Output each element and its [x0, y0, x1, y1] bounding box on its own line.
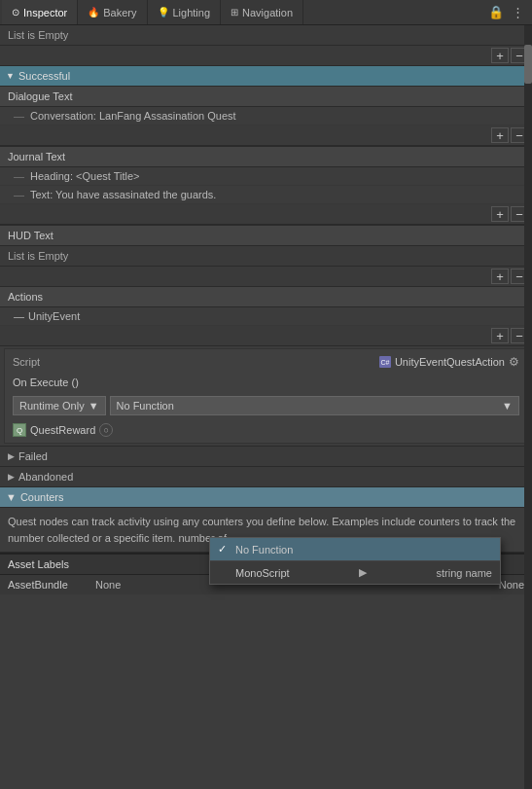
no-function-check: ✓: [218, 543, 230, 556]
hud-text-section: HUD Text List is Empty + −: [0, 226, 532, 287]
failed-row[interactable]: ▶ Failed: [0, 447, 532, 467]
tab-bakery[interactable]: 🔥 Bakery: [78, 0, 147, 24]
dialogue-text-section: Dialogue Text — Conversation: LanFang As…: [0, 87, 532, 147]
lock-button[interactable]: 🔒: [486, 5, 506, 19]
hud-text-label: HUD Text: [8, 230, 53, 241]
scrollbar-thumb[interactable]: [524, 45, 532, 84]
conversation-label: Conversation: LanFang Assasination Quest: [30, 110, 236, 122]
text-dash: —: [14, 189, 24, 200]
tab-bakery-label: Bakery: [103, 7, 136, 18]
heading-item: — Heading: <Quest Title>: [0, 167, 532, 186]
popup-monoscript-label: MonoScript: [235, 567, 290, 579]
counters-label: Counters: [20, 491, 64, 503]
dialogue-btn-row: + −: [0, 126, 532, 146]
navigation-icon: ⊞: [231, 7, 238, 18]
journal-text-label: Journal Text: [8, 151, 65, 162]
script-block: Script C# UnityEventQuestAction ⚙ On Exe…: [4, 348, 528, 444]
counters-header: ▼ Counters: [0, 487, 532, 508]
scrollbar[interactable]: [524, 25, 532, 789]
hud-add-button[interactable]: +: [491, 269, 509, 284]
hud-empty-label: List is Empty: [8, 250, 68, 262]
text-item: — Text: You have assasinated the guards.: [0, 186, 532, 204]
top-empty-list-label: List is Empty: [8, 29, 68, 41]
abandoned-label: Abandoned: [18, 471, 73, 483]
script-label: Script: [13, 356, 40, 368]
tab-lighting[interactable]: 💡 Lighting: [148, 0, 222, 24]
main-content: List is Empty + − ▼ Successful Dialogue …: [0, 25, 532, 789]
no-function-label: No Function: [117, 400, 174, 412]
tab-navigation[interactable]: ⊞ Navigation: [221, 0, 303, 24]
no-function-chevron: ▼: [502, 400, 513, 412]
conversation-item: — Conversation: LanFang Assasination Que…: [0, 107, 532, 126]
abandoned-row[interactable]: ▶ Abandoned: [0, 467, 532, 487]
heading-label: Heading: <Quest Title>: [30, 170, 140, 182]
monoscript-sub-value: string name: [437, 567, 492, 579]
script-gear-button[interactable]: ⚙: [509, 355, 519, 369]
tab-bar: ⊙ Inspector 🔥 Bakery 💡 Lighting ⊞ Naviga…: [0, 0, 532, 25]
dropdown-row: Runtime Only ▼ No Function ▼: [9, 394, 523, 417]
tab-actions: 🔒 ⋮: [486, 5, 530, 19]
hud-empty-list: List is Empty: [0, 246, 532, 267]
text-label: Text: You have assasinated the guards.: [30, 189, 216, 200]
unity-event-row: — UnityEvent: [0, 307, 532, 326]
tab-navigation-label: Navigation: [242, 7, 293, 18]
successful-header: ▼ Successful: [0, 66, 532, 87]
monoscript-arrow: ▶: [359, 566, 367, 579]
popup-no-function-label: No Function: [235, 544, 293, 556]
bakery-icon: 🔥: [88, 7, 99, 18]
top-btn-row: + −: [0, 46, 532, 66]
heading-dash: —: [14, 170, 24, 182]
quest-reward-circle-button[interactable]: ○: [99, 423, 113, 437]
asset-bundle-label: AssetBundle: [8, 579, 95, 591]
quest-reward-label: QuestReward: [30, 424, 95, 436]
no-function-popup: ✓ No Function MonoScript ▶ string name: [209, 537, 501, 585]
unity-event-label: UnityEvent: [28, 310, 80, 322]
tab-inspector-label: Inspector: [23, 7, 67, 18]
inspector-icon: ⊙: [12, 7, 19, 18]
successful-label: Successful: [18, 70, 70, 82]
quest-reward-icon: Q: [13, 423, 26, 437]
no-function-dropdown[interactable]: No Function ▼: [110, 396, 519, 415]
journal-add-button[interactable]: +: [491, 206, 509, 222]
journal-text-header: Journal Text: [0, 147, 532, 167]
counters-triangle: ▼: [6, 491, 17, 503]
actions-btn-row: + −: [0, 326, 532, 346]
tab-lighting-label: Lighting: [173, 7, 211, 18]
popup-monoscript-item[interactable]: MonoScript ▶ string name: [210, 561, 500, 584]
menu-button[interactable]: ⋮: [510, 5, 526, 19]
quest-reward-row: Q QuestReward ○: [9, 421, 523, 439]
actions-label: Actions: [8, 291, 43, 303]
hud-text-header: HUD Text: [0, 226, 532, 246]
dialogue-text-header: Dialogue Text: [0, 87, 532, 107]
hud-btn-row: + −: [0, 267, 532, 287]
tab-inspector[interactable]: ⊙ Inspector: [2, 0, 78, 24]
on-execute-row: On Execute (): [9, 375, 523, 390]
on-execute-label: On Execute (): [13, 377, 79, 388]
top-empty-list: List is Empty: [0, 25, 532, 46]
actions-header: Actions: [0, 287, 532, 307]
abandoned-triangle: ▶: [8, 472, 15, 482]
successful-triangle: ▼: [6, 71, 15, 81]
dialogue-text-label: Dialogue Text: [8, 90, 72, 102]
cs-icon: C#: [379, 356, 391, 368]
script-value-area: C# UnityEventQuestAction ⚙: [379, 355, 519, 369]
failed-triangle: ▶: [8, 451, 15, 461]
runtime-chevron: ▼: [89, 400, 99, 412]
failed-label: Failed: [18, 450, 48, 462]
runtime-only-dropdown[interactable]: Runtime Only ▼: [13, 396, 106, 415]
journal-btn-row: + −: [0, 204, 532, 225]
popup-no-function-item[interactable]: ✓ No Function: [210, 538, 500, 561]
script-row: Script C# UnityEventQuestAction ⚙: [9, 353, 523, 371]
dialogue-add-button[interactable]: +: [491, 127, 509, 143]
lighting-icon: 💡: [158, 7, 169, 18]
conversation-dash: —: [14, 110, 24, 122]
runtime-only-label: Runtime Only: [19, 400, 85, 412]
asset-labels-title: Asset Labels: [8, 558, 69, 570]
actions-section: Actions — UnityEvent + − Script C# Unity…: [0, 287, 532, 447]
script-value-label: UnityEventQuestAction: [395, 356, 505, 368]
unity-event-dash: —: [14, 310, 24, 322]
journal-text-section: Journal Text — Heading: <Quest Title> — …: [0, 147, 532, 226]
actions-add-button[interactable]: +: [491, 328, 509, 343]
top-add-button[interactable]: +: [491, 48, 509, 63]
